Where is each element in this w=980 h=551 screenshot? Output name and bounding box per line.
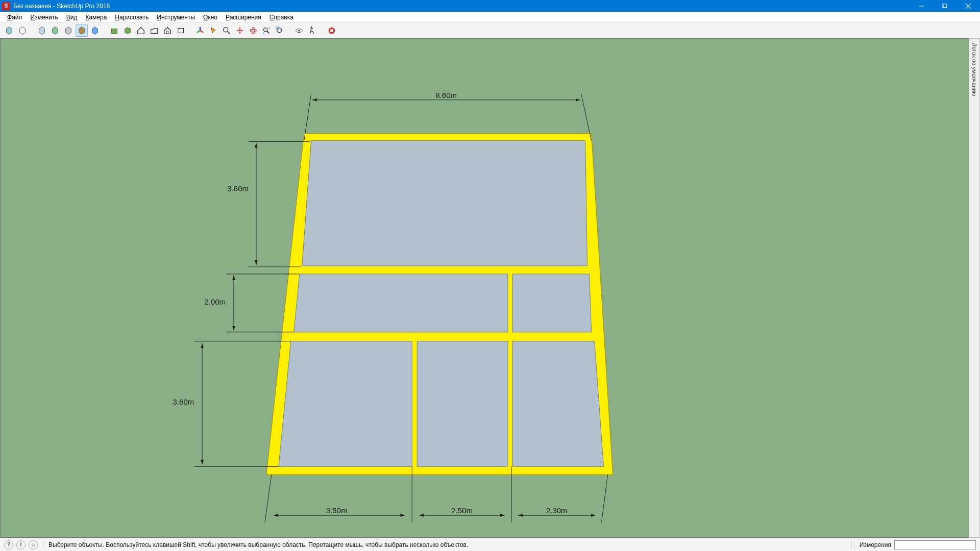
status-hint: Выберите объекты. Воспользуйтесь клавише…	[45, 541, 849, 548]
svg-point-23	[277, 28, 282, 32]
style-shaded-icon[interactable]	[3, 24, 15, 37]
svg-line-52	[602, 474, 608, 522]
toolbar	[0, 23, 980, 38]
measure-input[interactable]	[894, 540, 976, 549]
svg-rect-0	[942, 4, 946, 8]
extension-icon[interactable]	[326, 24, 338, 37]
svg-rect-12	[166, 31, 168, 33]
maximize-button[interactable]	[933, 0, 957, 12]
app-logo-icon: S	[2, 2, 10, 10]
measure-label: Измерения	[854, 541, 894, 548]
dim-left-bot: 3.60m	[173, 397, 194, 406]
menu-help[interactable]: Справка	[265, 13, 298, 22]
style-shaded3-icon[interactable]	[62, 24, 75, 37]
select-icon[interactable]	[207, 24, 219, 37]
svg-line-16	[197, 31, 200, 33]
zoom-icon[interactable]	[220, 24, 233, 37]
svg-marker-6	[53, 27, 58, 34]
svg-marker-32	[294, 274, 508, 332]
walk-icon[interactable]	[306, 24, 318, 37]
zoom-extents-icon[interactable]	[260, 24, 273, 37]
menu-bar: Файл Изменить Вид Камера Нарисовать Инст…	[0, 12, 980, 23]
svg-marker-11	[125, 27, 131, 34]
viewport[interactable]: 8.60m 3.60m 2.00m 3.60m 3.50m 2.50m 2.30…	[0, 38, 980, 538]
tray-panel[interactable]: Лоток по умолчанию	[969, 38, 980, 538]
svg-rect-13	[178, 28, 184, 33]
dim-bot-3: 2.30m	[546, 506, 568, 515]
svg-line-49	[265, 474, 272, 522]
svg-marker-4	[39, 27, 45, 34]
svg-rect-1	[943, 4, 947, 8]
svg-marker-35	[417, 341, 508, 466]
svg-marker-34	[279, 341, 412, 466]
menu-ext[interactable]: Расширения	[222, 13, 265, 22]
zoom-window-icon[interactable]	[274, 24, 286, 37]
style-textured-icon[interactable]	[76, 24, 88, 37]
svg-point-26	[298, 30, 300, 32]
help-icon[interactable]: ?	[4, 540, 13, 549]
style-wire-icon[interactable]	[16, 24, 29, 37]
svg-marker-31	[302, 141, 587, 266]
menu-view[interactable]: Вид	[62, 13, 82, 22]
user-icon[interactable]: ☺	[29, 540, 38, 549]
svg-marker-33	[512, 274, 592, 332]
csv-building-icon[interactable]	[108, 24, 120, 37]
svg-marker-3	[20, 27, 26, 34]
look-icon[interactable]	[293, 24, 305, 37]
axes-icon[interactable]	[194, 24, 206, 37]
svg-marker-36	[512, 341, 604, 466]
title-bar: S Без названия - SketchUp Pro 2018	[0, 0, 980, 12]
style-mono-icon[interactable]	[89, 24, 101, 37]
dim-left-top: 3.60m	[227, 184, 249, 193]
dim-bot-2: 2.50m	[451, 506, 473, 515]
svg-point-20	[252, 27, 254, 34]
dim-left-mid: 2.00m	[204, 297, 226, 306]
svg-marker-8	[79, 27, 85, 34]
svg-point-27	[311, 26, 312, 28]
window-title: Без названия - SketchUp Pro 2018	[13, 2, 910, 10]
svg-marker-7	[66, 27, 71, 34]
tray-label: Лоток по умолчанию	[971, 43, 977, 96]
style-hidden-icon[interactable]	[36, 24, 48, 37]
svg-marker-9	[92, 27, 98, 34]
menu-draw[interactable]: Нарисовать	[111, 13, 153, 22]
house2-icon[interactable]	[161, 24, 174, 37]
menu-camera[interactable]: Камера	[81, 13, 111, 22]
menu-file[interactable]: Файл	[3, 13, 27, 22]
menu-edit[interactable]: Изменить	[27, 13, 62, 22]
house-icon[interactable]	[135, 24, 147, 37]
menu-window[interactable]: Окно	[199, 13, 222, 22]
svg-rect-29	[330, 29, 333, 32]
pan-icon[interactable]	[234, 24, 246, 37]
svg-line-18	[228, 31, 230, 34]
box-icon[interactable]	[175, 24, 187, 37]
svg-point-17	[224, 27, 228, 32]
open-icon[interactable]	[148, 24, 160, 37]
menu-tools[interactable]: Инструменты	[153, 13, 199, 22]
minimize-button[interactable]	[910, 0, 933, 12]
style-shaded2-icon[interactable]	[49, 24, 61, 37]
svg-marker-2	[7, 27, 12, 34]
close-button[interactable]	[957, 0, 980, 12]
svg-rect-10	[112, 29, 117, 33]
svg-point-19	[250, 29, 257, 32]
svg-line-22	[267, 31, 270, 33]
status-bar: ? i ☺ Выберите объекты. Воспользуйтесь к…	[0, 538, 980, 551]
csv-cube-icon[interactable]	[121, 24, 134, 37]
orbit-icon[interactable]	[247, 24, 259, 37]
info-icon[interactable]: i	[16, 540, 26, 549]
dim-top: 8.60m	[435, 91, 457, 99]
svg-point-21	[264, 28, 267, 31]
svg-line-15	[200, 31, 203, 33]
dim-bot-1: 3.50m	[326, 506, 348, 515]
